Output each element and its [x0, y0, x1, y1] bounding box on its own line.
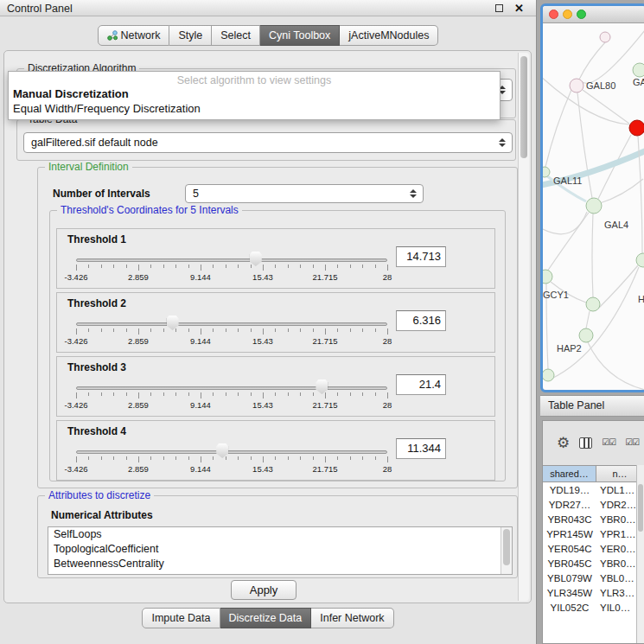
table-row[interactable]: YIL052CYIL0… — [543, 600, 636, 615]
network-node[interactable] — [543, 167, 550, 177]
network-node[interactable] — [600, 32, 610, 42]
tab-label: Discretize Data — [229, 612, 303, 624]
network-node[interactable] — [579, 328, 593, 342]
tick-mark — [188, 456, 189, 460]
number-of-intervals-select[interactable]: 5 — [185, 184, 424, 203]
table-row[interactable]: YPR145WYPR1… — [543, 526, 636, 541]
control-panel-scrollbar[interactable] — [518, 53, 529, 601]
tab-network[interactable]: Network — [98, 25, 170, 46]
zoom-traffic-light-icon[interactable] — [577, 10, 586, 19]
scrollbar-thumb[interactable] — [638, 484, 643, 532]
threshold-value-field[interactable]: 21.4 — [396, 374, 446, 395]
tick-mark — [263, 456, 264, 462]
network-canvas[interactable]: GAL80GAGAL11GAL4GCY1HHAP2 — [543, 23, 644, 390]
network-node[interactable] — [543, 369, 554, 381]
scale-label: 2.859 — [128, 400, 149, 410]
apply-button[interactable]: Apply — [231, 580, 296, 600]
slider-track[interactable] — [76, 450, 387, 454]
minimize-traffic-light-icon[interactable] — [563, 10, 572, 19]
numerical-attributes-list[interactable]: SelfLoopsTopologicalCoefficientBetweenne… — [48, 526, 513, 575]
thresholds-group-title: Threshold's Coordinates for 5 Intervals — [57, 204, 242, 216]
tick-mark — [325, 265, 326, 271]
close-traffic-light-icon[interactable] — [549, 10, 558, 19]
tick-mark — [325, 328, 326, 335]
slider-track[interactable] — [76, 386, 387, 390]
network-node[interactable] — [570, 79, 583, 92]
network-tab-icon — [107, 30, 118, 41]
table-panel-window: ⚙ ☑☑ ☑☑ shared…n… YDL19…YDL1…YDR27…YDR2…… — [542, 420, 644, 644]
column-header[interactable]: shared… — [543, 465, 596, 482]
close-icon[interactable]: ✕ — [514, 2, 524, 15]
table-cell: YBR045C — [543, 556, 596, 571]
numerical-attribute-item[interactable]: SelfLoops — [48, 527, 512, 542]
slider-track[interactable] — [76, 258, 387, 262]
network-node[interactable] — [543, 270, 552, 284]
numerical-attribute-item[interactable]: TopologicalCoefficient — [48, 542, 512, 557]
tick-mark — [76, 265, 77, 271]
table-row[interactable]: YBR045CYBR0… — [543, 556, 636, 571]
table-panel-title: Table Panel — [548, 399, 604, 411]
tick-mark — [201, 328, 201, 335]
table-row[interactable]: YLR345WYLR3… — [543, 585, 636, 600]
tab-infer-network[interactable]: Infer Network — [311, 608, 393, 628]
tick-mark — [337, 328, 338, 332]
tick-mark — [251, 456, 252, 460]
threshold-value-field[interactable]: 11.344 — [396, 438, 446, 459]
slider-scale: -3.4262.8599.14415.4321.71528 — [76, 464, 387, 475]
tab-jactivemnodules[interactable]: jActiveMNodules — [340, 25, 438, 46]
select-columns-icon[interactable] — [579, 437, 592, 449]
tick-mark — [313, 265, 314, 268]
tab-style[interactable]: Style — [169, 25, 212, 46]
network-node[interactable] — [586, 297, 600, 311]
network-node[interactable] — [629, 120, 644, 136]
network-node[interactable] — [586, 198, 602, 214]
scale-label: 28 — [383, 400, 392, 410]
slider-track[interactable] — [76, 322, 387, 326]
network-node[interactable] — [636, 253, 644, 267]
table-cell: YER0… — [596, 541, 636, 556]
tick-mark — [76, 456, 77, 462]
tab-impute-data[interactable]: Impute Data — [142, 608, 220, 628]
tick-mark — [362, 456, 363, 460]
network-view-window[interactable]: GAL80GAGAL11GAL4GCY1HHAP2 — [540, 3, 644, 392]
scrollbar-thumb[interactable] — [520, 56, 527, 158]
hide-columns-checkboxes-icon[interactable]: ☑☑ — [625, 438, 639, 447]
tab-select[interactable]: Select — [212, 25, 260, 46]
scrollbar-thumb[interactable] — [503, 529, 510, 565]
table-cell: YIL052C — [543, 600, 596, 615]
table-panel-header[interactable]: Table Panel — [540, 395, 644, 417]
tick-mark — [251, 328, 252, 332]
network-node[interactable] — [633, 63, 644, 77]
table-row[interactable]: YER054CYER0… — [543, 541, 636, 556]
threshold-value-field[interactable]: 14.713 — [396, 246, 446, 267]
numerical-attribute-item[interactable]: BetweennessCentrality — [48, 557, 512, 571]
tick-mark — [126, 456, 127, 460]
table-cell: YIL0… — [596, 600, 636, 615]
table-row[interactable]: YBL079WYBL0… — [543, 571, 636, 585]
network-window-titlebar[interactable] — [543, 6, 644, 23]
show-columns-checkboxes-icon[interactable]: ☑☑ — [602, 438, 615, 447]
dropdown-item-manual-discretization[interactable]: Manual Discretization — [9, 86, 500, 101]
table-scrollbar[interactable] — [636, 465, 644, 643]
table-data-select[interactable]: galFiltered.sif default node — [23, 132, 513, 153]
control-panel-window: Control Panel ✕ NetworkStyleSelectCyni T… — [0, 0, 537, 644]
tab-discretize-data[interactable]: Discretize Data — [220, 608, 312, 628]
tick-mark — [113, 392, 114, 396]
table-row[interactable]: YDR27…YDR2… — [543, 497, 636, 512]
network-edge — [586, 311, 590, 328]
table-row[interactable]: YBR043CYBR0… — [543, 512, 636, 526]
attributes-list-scrollbar[interactable] — [501, 527, 512, 574]
gear-icon[interactable]: ⚙ — [557, 436, 570, 450]
table-row[interactable]: YDL19…YDL1… — [543, 482, 636, 497]
tick-mark — [201, 392, 201, 399]
tick-mark — [288, 328, 289, 332]
control-panel-titlebar[interactable]: Control Panel ✕ — [0, 0, 536, 16]
dropdown-item-equal-width-frequency-discretization[interactable]: Equal Width/Frequency Discretization — [9, 101, 500, 116]
threshold-value-field[interactable]: 6.316 — [396, 310, 446, 331]
tick-mark — [288, 392, 289, 396]
tab-cyni-toolbox[interactable]: Cyni Toolbox — [260, 25, 340, 46]
tick-mark — [201, 456, 201, 462]
thresholds-container: Threshold 1-3.4262.8599.14415.4321.71528… — [56, 228, 495, 484]
network-edge — [592, 214, 593, 297]
float-window-icon[interactable] — [495, 4, 503, 12]
